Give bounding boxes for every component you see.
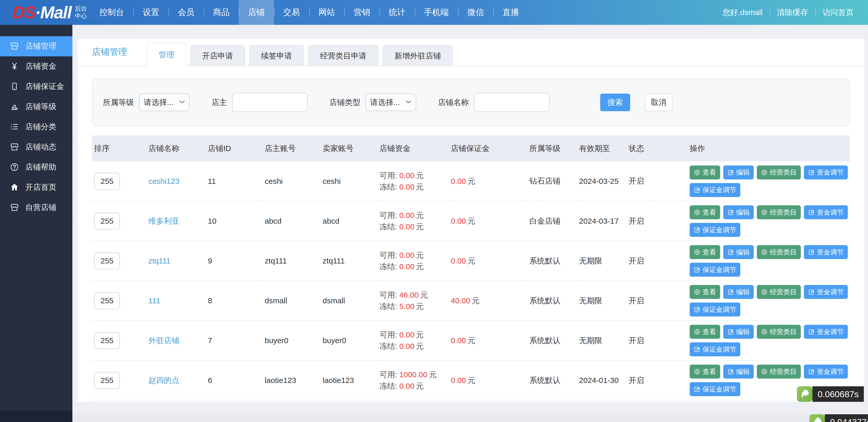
sidebar-item-店铺动态[interactable]: 店铺动态 — [0, 137, 72, 157]
edit-icon — [727, 328, 734, 335]
funds-adjust-button[interactable]: 资金调节 — [804, 285, 848, 299]
column-header-6: 店铺保证金 — [449, 135, 527, 161]
action-button-label: 经营类目 — [770, 288, 797, 297]
expire-cell: 2024-03-25 — [577, 161, 627, 201]
nav-item-交易[interactable]: 交易 — [274, 0, 309, 25]
sort-input[interactable] — [94, 213, 120, 230]
edit-button[interactable]: 编辑 — [723, 245, 754, 259]
view-button[interactable]: 查看 — [690, 165, 720, 179]
category-button[interactable]: 经营类目 — [757, 365, 801, 379]
cancel-button[interactable]: 取消 — [645, 94, 673, 111]
top-link-2[interactable]: 访问首页 — [815, 7, 861, 18]
deposit-adjust-button[interactable]: 保证金调节 — [690, 263, 740, 277]
category-button[interactable]: 经营类目 — [757, 285, 801, 299]
nav-item-控制台[interactable]: 控制台 — [90, 0, 133, 25]
view-button[interactable]: 查看 — [690, 285, 720, 299]
sidebar-item-店铺资金[interactable]: 店铺资金 — [0, 56, 72, 77]
nav-item-设置[interactable]: 设置 — [133, 0, 168, 25]
actions-cell: 查看编辑经营类目资金调节保证金调节 — [688, 321, 850, 360]
view-button[interactable]: 查看 — [690, 245, 720, 259]
edit-button[interactable]: 编辑 — [723, 205, 754, 219]
money-unit: 元 — [416, 222, 424, 231]
top-link-1[interactable]: 清除缓存 — [770, 7, 815, 18]
category-button[interactable]: 经营类目 — [757, 165, 801, 179]
action-button-label: 资金调节 — [817, 327, 844, 336]
money-value: 5.00 — [399, 302, 414, 310]
shop-name-link[interactable]: 赵四的点 — [148, 376, 179, 385]
actions-line-1: 查看编辑经营类目资金调节 — [690, 365, 850, 379]
money-unit: 元 — [416, 251, 424, 259]
edit-button[interactable]: 编辑 — [723, 365, 754, 379]
shop-name-input[interactable] — [474, 93, 550, 112]
funds-adjust-button[interactable]: 资金调节 — [804, 245, 848, 259]
category-button[interactable]: 经营类目 — [757, 205, 801, 219]
shop-name-cell: 外驻店铺 — [146, 321, 206, 360]
sort-input[interactable] — [94, 332, 120, 349]
owner-input[interactable] — [232, 93, 308, 112]
store-icon — [10, 41, 19, 51]
logo-suffix-line1: 后台 — [75, 5, 87, 12]
thinkphp-debug-timer-2[interactable]: 0.044377s — [809, 414, 868, 422]
edit-icon — [727, 169, 734, 176]
nav-item-统计[interactable]: 统计 — [379, 0, 414, 25]
tab-续签申请[interactable]: 续签申请 — [249, 45, 304, 66]
funds-adjust-button[interactable]: 资金调节 — [804, 205, 848, 219]
nav-item-手机端[interactable]: 手机端 — [414, 0, 458, 25]
view-button[interactable]: 查看 — [690, 205, 720, 219]
shop-type-select[interactable]: 请选择... — [366, 94, 416, 111]
sidebar-item-店铺分类[interactable]: 店铺分类 — [0, 117, 72, 137]
edit-button[interactable]: 编辑 — [723, 285, 754, 299]
category-button[interactable]: 经营类目 — [757, 325, 801, 339]
nav-item-微信[interactable]: 微信 — [458, 0, 493, 25]
nav-item-会员[interactable]: 会员 — [168, 0, 204, 25]
category-button[interactable]: 经营类目 — [757, 245, 801, 259]
nav-item-商品[interactable]: 商品 — [204, 0, 239, 25]
sidebar-item-店铺保证金[interactable]: 店铺保证金 — [0, 77, 72, 97]
tab-新增外驻店铺[interactable]: 新增外驻店铺 — [382, 45, 453, 66]
sidebar-item-店铺帮助[interactable]: 店铺帮助 — [0, 157, 72, 177]
funds-adjust-button[interactable]: 资金调节 — [804, 325, 848, 339]
thinkphp-debug-timer[interactable]: 0.060687s — [797, 386, 864, 402]
funds-adjust-button[interactable]: 资金调节 — [804, 165, 848, 179]
sort-input[interactable] — [94, 252, 120, 269]
edit-icon — [694, 306, 701, 313]
shop-name-link[interactable]: 外驻店铺 — [148, 336, 179, 345]
edit-button[interactable]: 编辑 — [723, 165, 754, 179]
deposit-cell: 0.00元 — [449, 321, 527, 360]
sort-input[interactable] — [94, 173, 120, 190]
deposit-adjust-button[interactable]: 保证金调节 — [690, 223, 740, 237]
sidebar-item-开店首页[interactable]: 开店首页 — [0, 177, 72, 198]
tab-开店申请[interactable]: 开店申请 — [190, 45, 245, 66]
view-button[interactable]: 查看 — [690, 325, 720, 339]
status-cell: 开启 — [627, 161, 688, 201]
funds-adjust-button[interactable]: 资金调节 — [804, 365, 848, 379]
view-button[interactable]: 查看 — [690, 365, 720, 379]
shop-name-link[interactable]: 维多利亚 — [148, 217, 179, 225]
sidebar-item-店铺管理[interactable]: 店铺管理 — [0, 36, 72, 56]
sidebar-item-自营店铺[interactable]: 自营店铺 — [0, 198, 72, 218]
deposit-adjust-button[interactable]: 保证金调节 — [690, 382, 740, 396]
tab-经营类目申请[interactable]: 经营类目申请 — [308, 45, 378, 66]
sort-input[interactable] — [94, 292, 120, 309]
nav-item-营销[interactable]: 营销 — [344, 0, 379, 25]
nav-item-店铺[interactable]: 店铺 — [239, 0, 274, 25]
deposit-adjust-button[interactable]: 保证金调节 — [690, 183, 740, 197]
shop-name-link[interactable]: 111 — [148, 296, 160, 305]
sidebar-item-店铺等级[interactable]: 店铺等级 — [0, 97, 72, 117]
edit-button[interactable]: 编辑 — [723, 325, 754, 339]
edit-icon — [808, 249, 815, 255]
shop-name-link[interactable]: ztq111 — [148, 257, 170, 265]
deposit-adjust-button[interactable]: 保证金调节 — [690, 303, 740, 316]
grade-select[interactable]: 请选择... — [139, 94, 190, 111]
top-link-0[interactable]: 您好,dsmall — [715, 7, 770, 18]
nav-item-网站[interactable]: 网站 — [309, 0, 344, 25]
nav-item-直播[interactable]: 直播 — [493, 0, 528, 25]
deposit-adjust-button[interactable]: 保证金调节 — [690, 342, 740, 356]
sort-input[interactable] — [94, 372, 120, 389]
search-field-2: 店铺类型请选择... — [329, 94, 416, 111]
action-button-label: 资金调节 — [817, 248, 844, 257]
deposit-cell: 0.00元 — [449, 201, 527, 241]
shop-name-link[interactable]: ceshi123 — [148, 177, 179, 185]
search-button[interactable]: 搜索 — [600, 94, 630, 111]
tab-管理[interactable]: 管理 — [147, 42, 186, 66]
